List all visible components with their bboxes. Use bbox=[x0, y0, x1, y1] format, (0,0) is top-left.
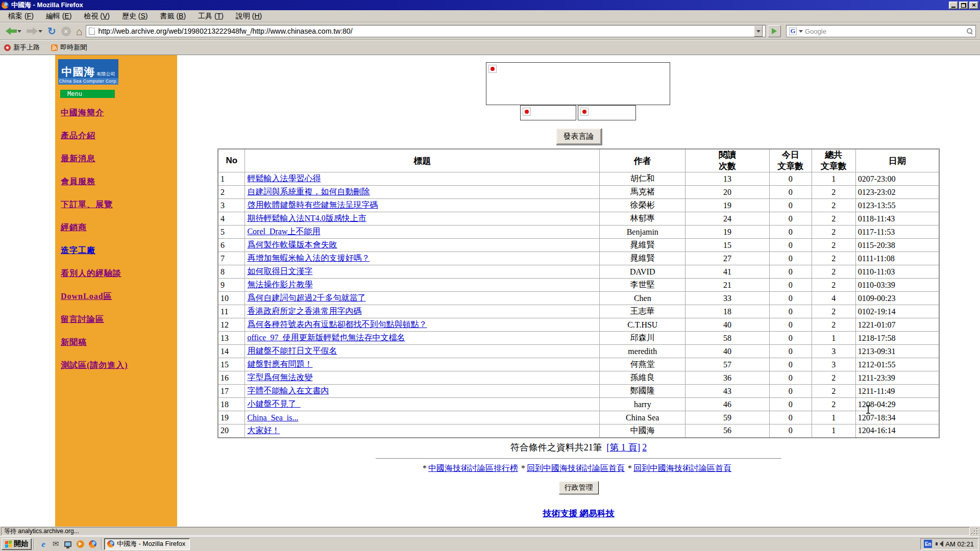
sidebar-link[interactable]: 最新消息 bbox=[61, 154, 177, 164]
sidebar-link[interactable]: 產品介紹 bbox=[61, 131, 177, 141]
topic-author: C.T.HSU bbox=[600, 318, 685, 332]
topic-link[interactable]: 字型爲何無法改變 bbox=[247, 373, 312, 382]
volume-icon[interactable] bbox=[935, 540, 942, 547]
resize-grip[interactable] bbox=[971, 527, 979, 536]
sidebar-link[interactable]: 下訂單、展覽 bbox=[61, 199, 177, 210]
taskbar-window-button[interactable]: 中國海 - Mozilla Firefox bbox=[104, 538, 190, 550]
topic-today: 0 bbox=[769, 332, 812, 345]
reload-button[interactable]: ↻ bbox=[46, 24, 58, 38]
sidebar-link[interactable]: 中國海簡介 bbox=[61, 108, 177, 118]
logo-english-name: China Sea Computer Corp. bbox=[58, 78, 118, 85]
menu-H[interactable]: 說明 (H) bbox=[230, 10, 268, 22]
url-dropdown-button[interactable] bbox=[754, 26, 763, 37]
topic-reads: 18 bbox=[685, 305, 770, 318]
bookmark-getting-started[interactable]: 新手上路 bbox=[4, 43, 40, 52]
topic-link[interactable]: 爲何自建詞句超過2千多句就當了 bbox=[247, 293, 365, 302]
page-link-next[interactable]: 2 bbox=[642, 442, 647, 453]
topic-link[interactable]: 鍵盤對應有問題！ bbox=[247, 360, 312, 368]
topic-author: Chen bbox=[600, 292, 685, 305]
menu-F[interactable]: 檔案 (F) bbox=[2, 10, 40, 22]
topic-today: 0 bbox=[769, 292, 812, 305]
footer-link[interactable]: 回到中國海技術討論區首頁 bbox=[633, 464, 731, 472]
topic-date: 1218-17:58 bbox=[855, 332, 939, 345]
go-button[interactable] bbox=[768, 25, 781, 37]
sidebar-link[interactable]: 看別人的經驗談 bbox=[61, 268, 177, 279]
topic-author: 中國海 bbox=[600, 424, 685, 438]
topic-author: Benjamin bbox=[600, 226, 685, 239]
admin-button[interactable]: 行政管理 bbox=[559, 481, 599, 494]
back-button[interactable] bbox=[4, 24, 23, 38]
sidebar-link[interactable]: 經銷商 bbox=[61, 222, 177, 233]
os-taskbar: 開始 e ✉ 中國海 - Mozilla Firefox En AM 02:21 bbox=[0, 536, 980, 551]
topic-link[interactable]: 字體不能輸入在文書內 bbox=[247, 386, 329, 395]
topic-row: 20大家好！中國海56011204-16:14 bbox=[218, 424, 939, 438]
ql-mail-icon[interactable]: ✉ bbox=[51, 539, 60, 548]
window-titlebar: 中國海 - Mozilla Firefox × bbox=[0, 0, 980, 10]
start-label: 開始 bbox=[14, 539, 28, 548]
topic-link[interactable]: 期待輕鬆輸入法NT4.0版感快上市 bbox=[247, 214, 366, 222]
system-tray: En AM 02:21 bbox=[920, 538, 978, 550]
stop-button[interactable]: × bbox=[60, 24, 72, 38]
topic-title-cell: 如何取得日文漢字 bbox=[245, 265, 600, 279]
topic-link[interactable]: Corel_Draw上不能用 bbox=[247, 227, 320, 236]
sidebar-link[interactable]: 新聞稿 bbox=[61, 337, 177, 348]
menu-V[interactable]: 檢視 (V) bbox=[78, 10, 116, 22]
topic-link[interactable]: 用鍵盤不能打日文平假名 bbox=[247, 346, 337, 355]
menu-E[interactable]: 編輯 (E) bbox=[40, 10, 78, 22]
sidebar-link[interactable]: DownLoad區 bbox=[61, 291, 177, 302]
ql-ie-icon[interactable]: e bbox=[39, 539, 48, 548]
menu-S[interactable]: 歷史 (S) bbox=[116, 10, 154, 22]
topic-link[interactable]: 爲何製作軟碟版本會失敗 bbox=[247, 240, 337, 249]
start-button[interactable]: 開始 bbox=[2, 538, 32, 550]
topic-today: 0 bbox=[769, 172, 812, 186]
topic-link[interactable]: 啓用軟體鍵盤時有些鍵無法呈現字碼 bbox=[247, 201, 378, 209]
topic-link[interactable]: office_97_使用更新版輕鬆也無法存中文檔名 bbox=[247, 333, 405, 342]
sidebar-link[interactable]: 測試區(請勿進入) bbox=[61, 360, 177, 371]
forward-button[interactable] bbox=[25, 24, 44, 38]
topic-author: 孫維良 bbox=[600, 371, 685, 385]
search-engine-dropdown-icon[interactable] bbox=[799, 30, 803, 35]
language-indicator[interactable]: En bbox=[924, 540, 932, 548]
topic-total: 2 bbox=[812, 226, 855, 239]
search-icon[interactable] bbox=[967, 28, 973, 34]
topic-link[interactable]: 自建詞與系統重複，如何自動刪除 bbox=[247, 187, 370, 196]
topic-link[interactable]: 香港政府所定之香港常用字內碼 bbox=[247, 307, 361, 315]
topic-link[interactable]: China_Sea_is... bbox=[247, 413, 298, 422]
broken-image-icon bbox=[523, 108, 531, 116]
topic-link[interactable]: 如何取得日文漢字 bbox=[247, 267, 312, 276]
post-message-button[interactable]: 發表言論 bbox=[556, 129, 601, 144]
topic-link[interactable]: 再增加無蝦米輸入法的支援好嗎？ bbox=[247, 254, 370, 262]
topic-date: 0110-11:03 bbox=[855, 265, 939, 279]
topic-title-cell: 爲何自建詞句超過2千多句就當了 bbox=[245, 292, 600, 305]
reload-icon: ↻ bbox=[47, 26, 56, 36]
ql-show-desktop-icon[interactable] bbox=[63, 539, 72, 548]
minimize-button[interactable] bbox=[949, 2, 958, 9]
topic-link[interactable]: 無法操作影片教學 bbox=[247, 280, 312, 289]
menu-T[interactable]: 工具 (T) bbox=[192, 10, 230, 22]
topic-link[interactable]: 大家好！ bbox=[247, 426, 280, 435]
search-placeholder[interactable]: Google bbox=[805, 28, 826, 35]
menu-B[interactable]: 書籤 (B) bbox=[154, 10, 192, 22]
url-bar[interactable]: http://web.archive.org/web/1998021322294… bbox=[86, 25, 766, 37]
search-box[interactable]: G Google bbox=[786, 25, 976, 37]
bookmark-latest-news[interactable]: 即時新聞 bbox=[51, 43, 87, 52]
topic-date: 1221-01:07 bbox=[855, 318, 939, 332]
restore-button[interactable] bbox=[959, 2, 968, 9]
topic-link[interactable]: 爲何各種符號表內有逗點卻都找不到句點與頓點？ bbox=[247, 320, 427, 329]
tech-support-link[interactable]: 技術支援 網易科技 bbox=[543, 509, 614, 518]
footer-link[interactable]: 回到中國海技術討論區首頁 bbox=[527, 464, 625, 472]
page-link-current[interactable]: [第 1 頁] bbox=[606, 442, 640, 453]
sidebar-link[interactable]: 留言討論區 bbox=[61, 314, 177, 325]
topic-link[interactable]: 輕鬆輸入法學習心得 bbox=[247, 174, 321, 183]
footer-link[interactable]: 中國海技術討論區排行榜 bbox=[428, 464, 518, 472]
topic-row: 18小鍵盤不見了_harry46021208-04:29 bbox=[218, 398, 939, 411]
ql-media-player-icon[interactable] bbox=[76, 539, 85, 548]
close-button[interactable]: × bbox=[969, 2, 978, 9]
home-button[interactable]: ⌂ bbox=[75, 24, 84, 38]
sidebar-link[interactable]: 會員服務 bbox=[61, 177, 177, 187]
ql-firefox-icon[interactable] bbox=[88, 539, 97, 548]
topic-link[interactable]: 小鍵盤不見了_ bbox=[247, 399, 300, 408]
sidebar-link[interactable]: 造字工廠 bbox=[61, 245, 177, 256]
url-text[interactable]: http://web.archive.org/web/1998021322294… bbox=[98, 27, 352, 35]
topic-author: 晁維賢 bbox=[600, 252, 685, 265]
